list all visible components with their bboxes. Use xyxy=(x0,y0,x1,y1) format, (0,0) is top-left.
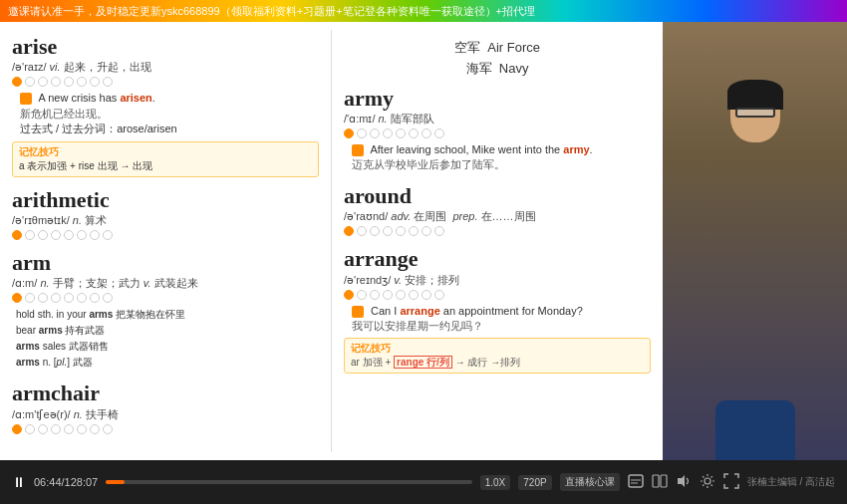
dot xyxy=(90,230,100,240)
entry-arm: arm /ɑ:m/ n. 手臂；支架；武力 v. 武装起来 hold sth. … xyxy=(12,250,319,371)
right-panel xyxy=(663,22,847,460)
quality-badge[interactable]: 720P xyxy=(518,475,551,490)
dot xyxy=(103,77,113,87)
dot xyxy=(357,128,367,138)
word-arrange: arrange xyxy=(344,246,651,272)
dot xyxy=(38,424,48,434)
dot xyxy=(25,424,35,434)
sentence-block: A new crisis has arisen. 新危机已经出现。 过去式 / … xyxy=(12,91,319,136)
main-content: arise /ə'raɪz/ vi. 起来，升起，出现 A new crisis xyxy=(0,22,847,460)
dot xyxy=(370,290,380,300)
person-head xyxy=(730,88,780,142)
sentence-zh-army: 迈克从学校毕业后参加了陆军。 xyxy=(352,157,651,172)
controls-bar: ⏸ 06:44/128:07 1.0X 720P 直播核心课 xyxy=(0,460,847,504)
svg-rect-3 xyxy=(653,475,659,487)
dot xyxy=(64,77,74,87)
memory-box-arrange: 记忆技巧 ar 加强 + range 行/列 → 成行 →排列 xyxy=(344,338,651,374)
dot xyxy=(38,77,48,87)
dot xyxy=(434,290,444,300)
dot xyxy=(396,226,406,236)
dot xyxy=(38,293,48,303)
person-body xyxy=(715,400,795,460)
dot xyxy=(103,293,113,303)
dot xyxy=(344,226,354,236)
sentence-en-army: After leaving school, Mike went into the… xyxy=(352,142,651,157)
dots-army xyxy=(344,128,651,138)
dot xyxy=(434,226,444,236)
svg-point-6 xyxy=(705,478,710,484)
word-arm: arm xyxy=(12,250,319,276)
dot xyxy=(396,128,406,138)
dot xyxy=(25,293,35,303)
sub-entries-arm: hold sth. in your arms 把某物抱在怀里 bear arms… xyxy=(12,307,319,371)
range-highlight: range 行/列 xyxy=(394,356,452,369)
svg-rect-0 xyxy=(629,475,643,487)
dot xyxy=(51,424,61,434)
dot xyxy=(357,226,367,236)
video-box xyxy=(663,22,847,460)
sentence-en: A new crisis has arisen. xyxy=(20,91,319,106)
past-tense: 过去式 / 过去分词：arose/arisen xyxy=(20,122,319,136)
dot xyxy=(383,226,393,236)
dot xyxy=(383,290,393,300)
fullscreen-icon[interactable] xyxy=(723,473,739,492)
dot xyxy=(51,77,61,87)
note-icon xyxy=(352,144,364,156)
phonetic-around: /ə'raʊnd/ adv. 在周围 prep. 在……周围 xyxy=(344,209,651,224)
dot xyxy=(64,424,74,434)
dot xyxy=(434,128,444,138)
dot xyxy=(103,424,113,434)
dot xyxy=(409,128,419,138)
entry-armchair: armchair /ɑ:m'tʃeə(r)/ n. 扶手椅 xyxy=(12,380,319,433)
dot xyxy=(12,293,22,303)
dot xyxy=(64,230,74,240)
dot xyxy=(12,230,22,240)
dot xyxy=(51,230,61,240)
right-page: 空军 Air Force 海军 Navy army /'ɑ:mɪ/ n. 陆军部… xyxy=(332,30,655,452)
progress-bar[interactable] xyxy=(106,480,471,484)
dot xyxy=(77,230,87,240)
svg-rect-4 xyxy=(661,475,667,487)
dot xyxy=(409,226,419,236)
dots-arithmetic xyxy=(12,230,319,240)
entry-around: around /ə'raʊnd/ adv. 在周围 prep. 在……周围 xyxy=(344,183,651,236)
dot xyxy=(25,230,35,240)
dot xyxy=(77,77,87,87)
dots-arrange xyxy=(344,290,651,300)
volume-icon[interactable] xyxy=(676,474,692,491)
dot xyxy=(396,290,406,300)
dot xyxy=(370,128,380,138)
phonetic-army: /'ɑ:mɪ/ n. 陆军部队 xyxy=(344,112,651,126)
sentence-zh-arrange: 我可以安排星期一约见吗？ xyxy=(352,319,651,334)
dot xyxy=(90,293,100,303)
dot xyxy=(422,226,431,236)
left-page: arise /ə'raɪz/ vi. 起来，升起，出现 A new crisis xyxy=(8,30,332,452)
dot xyxy=(90,424,100,434)
live-badge[interactable]: 直播核心课 xyxy=(560,473,620,491)
entry-arrange: arrange /ə'reɪndʒ/ v. 安排；排列 Can I arrang… xyxy=(344,246,651,374)
settings-icon[interactable] xyxy=(700,473,715,492)
dot xyxy=(370,226,380,236)
dot xyxy=(422,128,431,138)
dot xyxy=(12,424,22,434)
pause-button[interactable]: ⏸ xyxy=(12,474,26,490)
entry-army: army /'ɑ:mɪ/ n. 陆军部队 After leaving schoo… xyxy=(344,86,651,173)
phonetic-armchair: /ɑ:m'tʃeə(r)/ n. 扶手椅 xyxy=(12,407,319,422)
entry-arise: arise /ə'raɪz/ vi. 起来，升起，出现 A new crisis xyxy=(12,34,319,177)
dots-around xyxy=(344,226,651,236)
dot xyxy=(383,128,393,138)
sentence-en-arrange: Can I arrange an appointment for Monday? xyxy=(352,304,651,319)
person-hair xyxy=(727,80,783,110)
mirror-icon[interactable] xyxy=(652,474,668,491)
top-banner: 邀课请认准一手，及时稳定更新yskc668899（领取福利资料+习题册+笔记登各… xyxy=(0,0,847,22)
speed-badge[interactable]: 1.0X xyxy=(480,475,511,490)
subtitle-icon[interactable] xyxy=(628,474,644,491)
dot xyxy=(77,424,87,434)
memory-title: 记忆技巧 xyxy=(19,146,59,157)
memory-title-arrange: 记忆技巧 xyxy=(351,343,391,354)
note-icon xyxy=(20,93,32,105)
phonetic-arrange: /ə'reɪndʒ/ v. 安排；排列 xyxy=(344,273,651,288)
dot xyxy=(90,77,100,87)
word-army: army xyxy=(344,86,651,112)
phonetic-arise: /ə'raɪz/ vi. 起来，升起，出现 xyxy=(12,60,319,75)
